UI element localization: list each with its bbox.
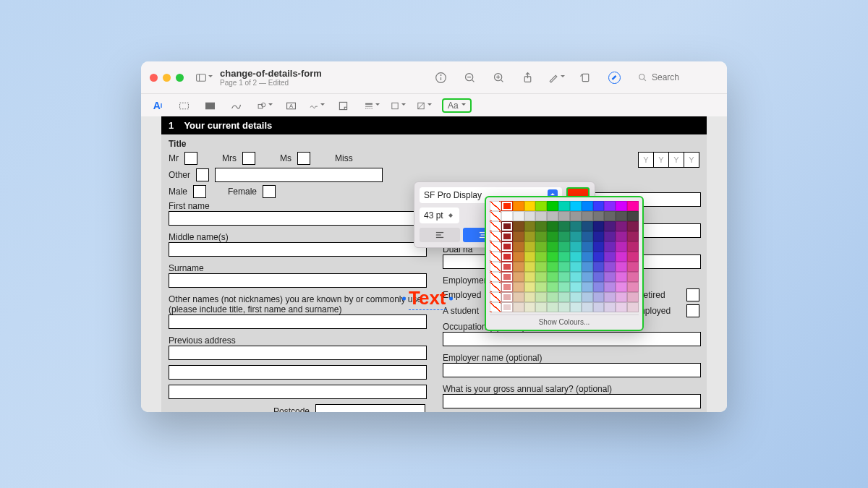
text-annotation[interactable]: Text: [409, 287, 446, 309]
color-swatch[interactable]: [593, 302, 605, 312]
color-swatch[interactable]: [616, 302, 627, 312]
rotate-button[interactable]: [576, 69, 594, 86]
color-swatch[interactable]: [524, 231, 536, 241]
color-swatch[interactable]: [558, 282, 570, 292]
employer-field[interactable]: [443, 363, 701, 377]
color-swatch[interactable]: [558, 252, 570, 262]
color-swatch[interactable]: [604, 211, 616, 221]
color-swatch[interactable]: [513, 302, 524, 312]
note-tool[interactable]: [335, 98, 351, 114]
color-swatch[interactable]: [582, 221, 593, 231]
color-swatch[interactable]: [501, 201, 513, 211]
color-swatch[interactable]: [558, 272, 570, 282]
color-swatch[interactable]: [535, 211, 547, 221]
retired-checkbox[interactable]: [686, 288, 699, 301]
surname-field[interactable]: [169, 273, 427, 288]
color-swatch[interactable]: [627, 282, 639, 292]
color-swatch[interactable]: [593, 252, 605, 262]
color-swatch[interactable]: [593, 221, 605, 231]
color-swatch[interactable]: [513, 241, 524, 252]
color-swatch[interactable]: [593, 282, 605, 292]
male-checkbox[interactable]: [193, 185, 206, 198]
redact-tool[interactable]: [202, 98, 218, 114]
highlight-button[interactable]: [548, 69, 565, 86]
text-style-button[interactable]: Aa: [442, 98, 472, 113]
color-swatch[interactable]: [501, 272, 513, 282]
border-color-button[interactable]: [390, 98, 406, 114]
color-swatch[interactable]: [547, 272, 558, 282]
search-box[interactable]: [637, 72, 718, 83]
align-left-button[interactable]: [420, 228, 460, 242]
color-swatch[interactable]: [593, 272, 605, 282]
color-swatch[interactable]: [582, 282, 593, 292]
color-swatch[interactable]: [604, 282, 616, 292]
color-swatch[interactable]: [558, 241, 570, 252]
color-swatch[interactable]: [570, 262, 582, 272]
unemployed-checkbox[interactable]: [686, 304, 699, 317]
color-swatch[interactable]: [570, 252, 582, 262]
color-swatch[interactable]: [524, 221, 536, 231]
color-swatch[interactable]: [524, 262, 536, 272]
color-swatch[interactable]: [513, 201, 524, 211]
color-swatch[interactable]: [582, 292, 593, 302]
color-swatch[interactable]: [604, 241, 616, 252]
color-swatch[interactable]: [524, 201, 536, 211]
color-swatch[interactable]: [501, 302, 513, 312]
color-swatch[interactable]: [604, 231, 616, 241]
minimize-window-button[interactable]: [163, 74, 171, 82]
other-title-field[interactable]: [215, 168, 383, 182]
no-color-swatch[interactable]: [490, 282, 501, 292]
color-swatch[interactable]: [570, 292, 582, 302]
color-swatch[interactable]: [513, 231, 524, 241]
postcode-field[interactable]: [315, 404, 425, 412]
color-swatch[interactable]: [558, 221, 570, 231]
color-swatch[interactable]: [570, 231, 582, 241]
search-input[interactable]: [650, 72, 718, 83]
color-swatch[interactable]: [524, 282, 536, 292]
color-swatch[interactable]: [616, 211, 627, 221]
markup-toggle-button[interactable]: [605, 69, 623, 86]
color-swatch[interactable]: [627, 211, 639, 221]
no-color-swatch[interactable]: [490, 252, 501, 262]
color-swatch[interactable]: [582, 252, 593, 262]
color-swatch[interactable]: [570, 211, 582, 221]
no-color-swatch[interactable]: [490, 302, 501, 312]
color-swatch[interactable]: [501, 211, 513, 221]
first-name-field[interactable]: [169, 211, 427, 226]
no-color-swatch[interactable]: [490, 201, 501, 211]
color-swatch[interactable]: [535, 302, 547, 312]
no-color-swatch[interactable]: [490, 262, 501, 272]
color-swatch[interactable]: [570, 272, 582, 282]
color-swatch[interactable]: [501, 221, 513, 231]
color-swatch[interactable]: [558, 201, 570, 211]
color-swatch[interactable]: [570, 221, 582, 231]
rect-select-tool[interactable]: [176, 98, 192, 114]
color-swatch[interactable]: [627, 201, 639, 211]
female-checkbox[interactable]: [263, 185, 276, 198]
fill-color-button[interactable]: [416, 98, 432, 114]
color-swatch[interactable]: [616, 262, 627, 272]
color-swatch[interactable]: [570, 302, 582, 312]
color-swatch[interactable]: [547, 262, 558, 272]
color-swatch[interactable]: [582, 211, 593, 221]
color-swatch[interactable]: [593, 241, 605, 252]
color-swatch[interactable]: [627, 241, 639, 252]
color-swatch[interactable]: [535, 262, 547, 272]
share-button[interactable]: [519, 69, 536, 86]
color-swatch[interactable]: [501, 262, 513, 272]
color-swatch[interactable]: [501, 241, 513, 252]
sign-tool[interactable]: [309, 98, 325, 114]
color-swatch[interactable]: [582, 241, 593, 252]
color-swatch[interactable]: [547, 201, 558, 211]
mr-checkbox[interactable]: [184, 152, 197, 165]
prev-address-line2[interactable]: [169, 365, 427, 380]
color-swatch[interactable]: [501, 282, 513, 292]
color-swatch[interactable]: [513, 292, 524, 302]
color-swatch[interactable]: [535, 282, 547, 292]
document-viewport[interactable]: 1 Your current details Title Mr Mrs Ms: [141, 116, 727, 412]
color-swatch[interactable]: [513, 272, 524, 282]
color-swatch[interactable]: [535, 201, 547, 211]
occupation-field[interactable]: [443, 332, 701, 346]
color-swatch[interactable]: [604, 292, 616, 302]
color-swatch[interactable]: [593, 201, 605, 211]
